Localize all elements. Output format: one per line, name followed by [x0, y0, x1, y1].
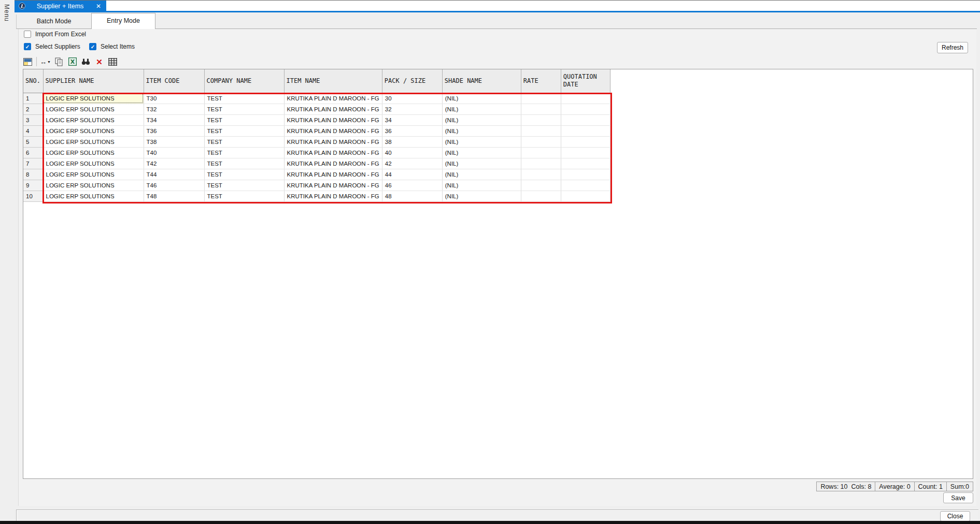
cell-pack_size[interactable]: 42: [382, 158, 442, 169]
cell-pack_size[interactable]: 32: [382, 104, 442, 114]
cell-rate[interactable]: [521, 104, 561, 114]
cell-company[interactable]: TEST: [204, 136, 284, 147]
cell-pack_size[interactable]: 44: [382, 169, 442, 180]
cell-pack_size[interactable]: 34: [382, 114, 442, 125]
cell-company[interactable]: TEST: [204, 93, 284, 104]
cell-quotation_date[interactable]: [561, 191, 610, 201]
close-button[interactable]: Close: [940, 511, 970, 521]
cell-shade[interactable]: (NIL): [442, 93, 521, 104]
grid-icon[interactable]: [108, 57, 118, 67]
cell-pack_size[interactable]: 30: [382, 93, 442, 104]
cell-rate[interactable]: [521, 169, 561, 180]
cell-shade[interactable]: (NIL): [442, 104, 521, 114]
cell-item_code[interactable]: T48: [144, 191, 204, 201]
cell-item_code[interactable]: T32: [144, 104, 204, 114]
cell-item_name[interactable]: KRUTIKA PLAIN D MAROON - FG: [284, 191, 382, 201]
cell-item_name[interactable]: KRUTIKA PLAIN D MAROON - FG: [284, 169, 382, 180]
cell-item_name[interactable]: KRUTIKA PLAIN D MAROON - FG: [284, 136, 382, 147]
cell-item_code[interactable]: T34: [144, 114, 204, 125]
cell-pack_size[interactable]: 46: [382, 180, 442, 191]
cell-item_code[interactable]: T44: [144, 169, 204, 180]
cell-supplier[interactable]: LOGIC ERP SOLUTIONS: [43, 125, 144, 136]
column-header[interactable]: SUPPLIER NAME: [43, 69, 144, 93]
column-header[interactable]: RATE: [521, 69, 561, 93]
cell-rate[interactable]: [521, 93, 561, 104]
cell-company[interactable]: TEST: [204, 104, 284, 114]
cell-supplier[interactable]: LOGIC ERP SOLUTIONS: [43, 180, 144, 191]
close-tab-icon[interactable]: ✕: [95, 3, 102, 10]
cell-rate[interactable]: [521, 180, 561, 191]
cell-company[interactable]: TEST: [204, 125, 284, 136]
refresh-button[interactable]: Refresh: [937, 42, 968, 53]
cell-quotation_date[interactable]: [561, 147, 610, 158]
cell-company[interactable]: TEST: [204, 180, 284, 191]
cell-item_code[interactable]: T36: [144, 125, 204, 136]
cell-item_code[interactable]: T38: [144, 136, 204, 147]
cell-quotation_date[interactable]: [561, 93, 610, 104]
cell-rate[interactable]: [521, 136, 561, 147]
tab-batch-mode[interactable]: Batch Mode: [16, 14, 91, 29]
column-header[interactable]: SNO.: [23, 69, 43, 93]
cell-quotation_date[interactable]: [561, 114, 610, 125]
menu-strip[interactable]: Menu: [0, 0, 15, 521]
cell-quotation_date[interactable]: [561, 158, 610, 169]
cell-supplier[interactable]: LOGIC ERP SOLUTIONS: [43, 191, 144, 201]
cell-supplier[interactable]: LOGIC ERP SOLUTIONS: [43, 147, 144, 158]
cell-supplier[interactable]: LOGIC ERP SOLUTIONS: [43, 93, 144, 104]
cell-rate[interactable]: [521, 114, 561, 125]
cell-shade[interactable]: (NIL): [442, 191, 521, 201]
find-icon[interactable]: [81, 57, 91, 67]
select-items-checkbox[interactable]: ✓: [89, 43, 96, 50]
cell-shade[interactable]: (NIL): [442, 180, 521, 191]
cell-shade[interactable]: (NIL): [442, 125, 521, 136]
delete-icon[interactable]: ✕: [94, 57, 104, 67]
select-suppliers-checkbox[interactable]: ✓: [24, 43, 31, 50]
cell-pack_size[interactable]: 40: [382, 147, 442, 158]
cell-item_name[interactable]: KRUTIKA PLAIN D MAROON - FG: [284, 147, 382, 158]
cell-item_name[interactable]: KRUTIKA PLAIN D MAROON - FG: [284, 114, 382, 125]
cell-item_name[interactable]: KRUTIKA PLAIN D MAROON - FG: [284, 104, 382, 114]
cell-quotation_date[interactable]: [561, 169, 610, 180]
cell-quotation_date[interactable]: [561, 180, 610, 191]
cell-rate[interactable]: [521, 147, 561, 158]
cell-shade[interactable]: (NIL): [442, 169, 521, 180]
cell-pack_size[interactable]: 48: [382, 191, 442, 201]
cell-item_name[interactable]: KRUTIKA PLAIN D MAROON - FG: [284, 158, 382, 169]
cell-company[interactable]: TEST: [204, 169, 284, 180]
excel-icon[interactable]: X: [67, 57, 77, 67]
column-header[interactable]: ITEM CODE: [144, 69, 204, 93]
cell-pack_size[interactable]: 38: [382, 136, 442, 147]
save-layout-icon[interactable]: [23, 57, 33, 67]
cell-shade[interactable]: (NIL): [442, 114, 521, 125]
save-button[interactable]: Save: [943, 492, 973, 503]
cell-shade[interactable]: (NIL): [442, 136, 521, 147]
cell-company[interactable]: TEST: [204, 147, 284, 158]
cell-supplier[interactable]: LOGIC ERP SOLUTIONS: [43, 114, 144, 125]
items-grid[interactable]: SNO.SUPPLIER NAMEITEM CODECOMPANY NAMEIT…: [23, 69, 973, 479]
import-from-excel-checkbox[interactable]: [24, 31, 31, 38]
cell-quotation_date[interactable]: [561, 136, 610, 147]
cell-item_name[interactable]: KRUTIKA PLAIN D MAROON - FG: [284, 180, 382, 191]
cell-rate[interactable]: [521, 191, 561, 201]
tab-supplier-items[interactable]: L Supplier + Items ✕: [15, 1, 106, 11]
cell-shade[interactable]: (NIL): [442, 147, 521, 158]
menu-label[interactable]: Menu: [3, 4, 10, 22]
column-width-icon[interactable]: ↔▼: [40, 57, 50, 67]
cell-quotation_date[interactable]: [561, 125, 610, 136]
column-header[interactable]: COMPANY NAME: [204, 69, 284, 93]
column-header[interactable]: ITEM NAME: [284, 69, 382, 93]
cell-supplier[interactable]: LOGIC ERP SOLUTIONS: [43, 136, 144, 147]
cell-quotation_date[interactable]: [561, 104, 610, 114]
cell-item_name[interactable]: KRUTIKA PLAIN D MAROON - FG: [284, 93, 382, 104]
column-header[interactable]: SHADE NAME: [442, 69, 521, 93]
tab-entry-mode[interactable]: Entry Mode: [91, 13, 155, 29]
copy-icon[interactable]: [54, 57, 64, 67]
cell-pack_size[interactable]: 36: [382, 125, 442, 136]
cell-rate[interactable]: [521, 125, 561, 136]
cell-company[interactable]: TEST: [204, 114, 284, 125]
cell-supplier[interactable]: LOGIC ERP SOLUTIONS: [43, 104, 144, 114]
cell-supplier[interactable]: LOGIC ERP SOLUTIONS: [43, 158, 144, 169]
cell-rate[interactable]: [521, 158, 561, 169]
cell-supplier[interactable]: LOGIC ERP SOLUTIONS: [43, 169, 144, 180]
cell-item_code[interactable]: T42: [144, 158, 204, 169]
